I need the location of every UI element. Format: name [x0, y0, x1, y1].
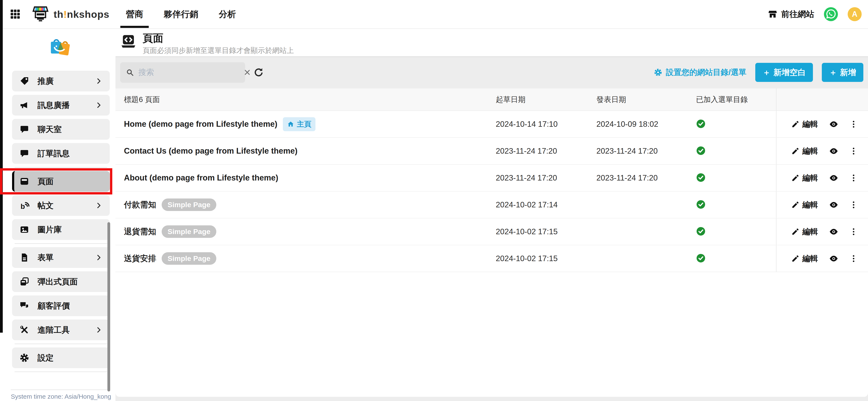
publish-date-cell: 2023-11-24 17:20 [588, 147, 687, 156]
sidebar: 推廣訊息廣播聊天室訂單訊息頁面b帖文圖片庫表單彈出式頁面顧客評價進階工具設定 S… [3, 29, 116, 401]
edit-button[interactable]: 編輯 [791, 173, 818, 183]
reviews-icon [19, 301, 29, 311]
in-menu-cell [687, 200, 776, 210]
edit-button[interactable]: 編輯 [791, 200, 818, 210]
in-menu-cell [687, 226, 776, 237]
sidebar-item-7[interactable]: 圖片庫 [12, 219, 110, 240]
more-options-button[interactable] [849, 174, 858, 182]
megaphone-icon [19, 100, 29, 110]
go-to-site-link[interactable]: 前往網站 [768, 8, 814, 20]
page-subtitle: 頁面必須同步新增至選單目錄才會顯示於網站上 [143, 46, 294, 56]
in-menu-cell [687, 146, 776, 156]
refresh-icon[interactable] [253, 67, 264, 78]
add-button[interactable]: ＋ 新增 [822, 63, 863, 82]
sidebar-scrollbar[interactable] [107, 222, 110, 392]
chevron-right-icon [95, 254, 102, 261]
sidebar-item-11[interactable]: 顧客評價 [12, 295, 110, 316]
row-actions-cell: 編輯 [776, 219, 868, 245]
check-circle-icon [696, 226, 706, 236]
top-tab-1[interactable]: 營商 [126, 0, 143, 28]
sidebar-item-0[interactable]: 推廣 [12, 71, 110, 92]
table-row: Contact Us (demo page from Lifestyle the… [116, 138, 868, 165]
draft-date-cell: 2024-10-14 17:10 [487, 120, 588, 129]
sidebar-item-label: 表單 [37, 252, 54, 263]
search-input[interactable] [138, 68, 239, 77]
pencil-icon [791, 147, 799, 155]
more-options-button[interactable] [849, 201, 858, 209]
avatar[interactable]: A [848, 7, 862, 21]
pencil-icon [791, 255, 799, 263]
sidebar-item-6[interactable]: b帖文 [12, 195, 110, 216]
go-to-site-label: 前往網站 [781, 8, 814, 20]
toolbar: 設置您的網站目錄/選單 ＋ 新增空白 ＋ 新增 [116, 56, 868, 89]
preview-button[interactable] [829, 200, 839, 210]
badge-label: 主頁 [297, 119, 311, 129]
row-actions-cell: 編輯 [776, 138, 868, 164]
sidebar-item-2[interactable]: 聊天室 [12, 119, 110, 140]
sidebar-item-label: 設定 [37, 353, 54, 363]
draft-date-cell: 2024-10-02 17:15 [487, 227, 588, 236]
table-row: 付款需知Simple Page2024-10-02 17:14編輯 [116, 192, 868, 219]
preview-button[interactable] [829, 173, 839, 183]
more-options-button[interactable] [849, 120, 858, 128]
setup-menu-link[interactable]: 設置您的網站目錄/選單 [654, 67, 746, 78]
chevron-right-icon [95, 101, 102, 109]
edit-button[interactable]: 編輯 [791, 119, 818, 130]
page-row-title: About (demo page from Lifestyle theme) [124, 173, 278, 182]
pencil-icon [791, 228, 799, 236]
page-row-title: Home (demo page from Lifestyle theme) [124, 120, 277, 129]
sidebar-divider [14, 372, 107, 372]
in-menu-cell [687, 173, 776, 183]
sidebar-item-10[interactable]: 彈出式頁面 [12, 271, 110, 292]
more-options-button[interactable] [849, 228, 858, 236]
edit-label: 編輯 [802, 146, 818, 156]
page-row-title: 退貨需知 [124, 226, 156, 237]
col-publish-date: 發表日期 [588, 95, 687, 104]
page-title: 頁面 [143, 32, 294, 44]
row-actions-cell: 編輯 [776, 245, 868, 272]
whatsapp-button[interactable] [824, 7, 838, 21]
more-options-button[interactable] [849, 147, 858, 155]
top-tab-3[interactable]: 分析 [219, 0, 236, 28]
sidebar-item-label: 訂單訊息 [37, 148, 70, 159]
table-body: Home (demo page from Lifestyle theme)主頁2… [116, 111, 868, 272]
add-blank-button[interactable]: ＋ 新增空白 [755, 63, 813, 82]
sidebar-item-14[interactable]: 設定 [12, 347, 110, 368]
col-title: 標題6 頁面 [116, 95, 487, 104]
sidebar-item-1[interactable]: 訊息廣播 [12, 95, 110, 115]
sidebar-item-12[interactable]: 進階工具 [12, 320, 110, 340]
apps-grid-icon[interactable] [9, 8, 22, 20]
more-options-button[interactable] [849, 254, 858, 263]
edit-button[interactable]: 編輯 [791, 253, 818, 264]
preview-button[interactable] [829, 146, 839, 156]
edit-label: 編輯 [802, 200, 818, 210]
preview-button[interactable] [829, 119, 839, 129]
main-content: 頁面 頁面必須同步新增至選單目錄才會顯示於網站上 設置您的網站目錄/選單 ＋ 新… [116, 29, 868, 401]
shop-bags-logo-icon [48, 35, 70, 60]
storefront-logo-icon [31, 4, 52, 24]
sidebar-item-label: 顧客評價 [37, 300, 70, 311]
col-in-menu: 已加入選單目錄 [687, 95, 776, 104]
popup-icon [19, 276, 29, 287]
preview-button[interactable] [829, 227, 839, 237]
sidebar-item-9[interactable]: 表單 [12, 247, 110, 268]
brand[interactable]: th!nkshops [31, 4, 109, 24]
sidebar-divider [14, 167, 107, 168]
store-icon [768, 9, 778, 19]
sidebar-footer: System time zone: Asia/Hong_kong [11, 390, 108, 400]
sidebar-item-label: 推廣 [37, 76, 54, 87]
edit-label: 編輯 [802, 253, 818, 264]
row-title-cell: About (demo page from Lifestyle theme) [116, 173, 487, 182]
in-menu-cell [687, 253, 776, 264]
edit-button[interactable]: 編輯 [791, 226, 818, 237]
edit-button[interactable]: 編輯 [791, 146, 818, 156]
simple-page-badge: Simple Page [162, 252, 216, 265]
simple-page-badge: Simple Page [162, 199, 216, 211]
sidebar-item-3[interactable]: 訂單訊息 [12, 143, 110, 164]
sidebar-item-5[interactable]: 頁面 [12, 171, 110, 192]
top-tab-2[interactable]: 夥伴行銷 [163, 0, 198, 28]
plus-icon: ＋ [763, 67, 771, 78]
clear-search-icon[interactable] [243, 69, 251, 76]
preview-button[interactable] [829, 254, 839, 263]
gear-icon [654, 68, 662, 77]
